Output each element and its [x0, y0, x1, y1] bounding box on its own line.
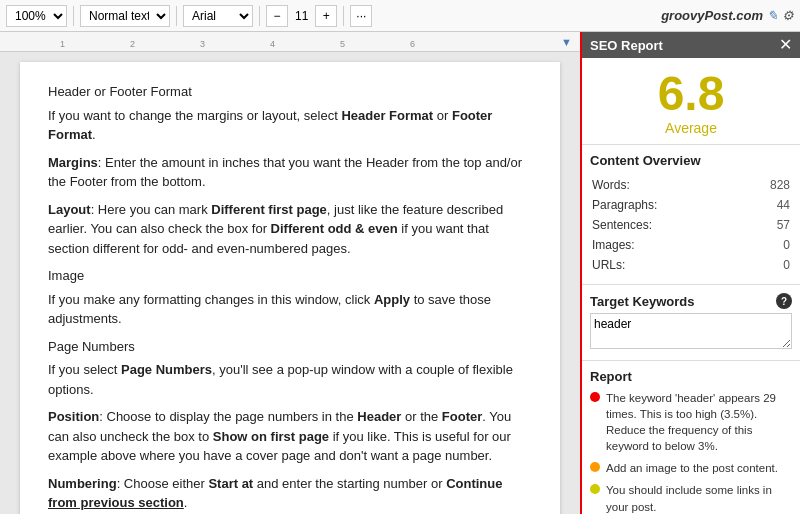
seo-title: SEO Report [590, 38, 663, 53]
logo-area: groovyPost.com ✎ ⚙ [661, 8, 794, 23]
section-page-numbers-heading: Page Numbers [48, 337, 532, 357]
seo-close-button[interactable]: ✕ [779, 37, 792, 53]
divider-4 [343, 6, 344, 26]
dot-orange-1 [590, 462, 600, 472]
target-keywords-title: Target Keywords ? [590, 293, 792, 309]
report-item-2: Add an image to the post content. [590, 460, 792, 476]
paragraphs-label: Paragraphs: [592, 196, 742, 214]
para-4: If you make any formatting changes in th… [48, 290, 532, 329]
sentences-label: Sentences: [592, 216, 742, 234]
table-row: Paragraphs: 44 [592, 196, 790, 214]
ruler-mark-6: 6 [410, 39, 415, 49]
ruler-line: 1 2 3 4 5 6 [0, 32, 580, 51]
content-overview-title: Content Overview [590, 153, 792, 168]
edit-icon[interactable]: ✎ [767, 8, 778, 23]
table-row: Sentences: 57 [592, 216, 790, 234]
dot-yellow-1 [590, 484, 600, 494]
toolbar: 100% Normal text Arial − 11 + ··· groovy… [0, 0, 800, 32]
report-item-3: You should include some links in your po… [590, 482, 792, 514]
para-2: Margins: Enter the amount in inches that… [48, 153, 532, 192]
images-value: 0 [744, 236, 790, 254]
report-text-1: The keyword 'header' appears 29 times. T… [606, 390, 792, 454]
content-overview-table: Words: 828 Paragraphs: 44 Sentences: 57 … [590, 174, 792, 276]
words-label: Words: [592, 176, 742, 194]
more-options-btn[interactable]: ··· [350, 5, 372, 27]
logo-text: groovyPost.com [661, 8, 763, 23]
para-1: If you want to change the margins or lay… [48, 106, 532, 145]
seo-report-title: Report [590, 369, 792, 384]
zoom-select[interactable]: 100% [6, 5, 67, 27]
urls-label: URLs: [592, 256, 742, 274]
urls-value: 0 [744, 256, 790, 274]
font-select[interactable]: Arial [183, 5, 253, 27]
seo-score-label: Average [590, 120, 792, 136]
paragraphs-value: 44 [744, 196, 790, 214]
zoom-group: 100% [6, 5, 67, 27]
seo-report-section: Report The keyword 'header' appears 29 t… [582, 361, 800, 514]
table-row: Images: 0 [592, 236, 790, 254]
seo-panel: SEO Report ✕ 6.8 Average Content Overvie… [580, 32, 800, 514]
ruler-mark-2: 2 [130, 39, 135, 49]
ruler-mark-3: 3 [200, 39, 205, 49]
decrease-font-btn[interactable]: − [266, 5, 288, 27]
font-group: Arial [183, 5, 253, 27]
section-image-1-heading: Image [48, 266, 532, 286]
style-group: Normal text [80, 5, 170, 27]
dot-red-1 [590, 392, 600, 402]
content-overview-section: Content Overview Words: 828 Paragraphs: … [582, 145, 800, 285]
font-size-display: 11 [292, 9, 311, 23]
ruler-mark-1: 1 [60, 39, 65, 49]
report-text-3: You should include some links in your po… [606, 482, 792, 514]
seo-header: SEO Report ✕ [582, 32, 800, 58]
ruler: 1 2 3 4 5 6 ▼ [0, 32, 580, 52]
para-5: If you select Page Numbers, you'll see a… [48, 360, 532, 399]
ruler-mark-4: 4 [270, 39, 275, 49]
divider-3 [259, 6, 260, 26]
divider-2 [176, 6, 177, 26]
divider-1 [73, 6, 74, 26]
report-item-1: The keyword 'header' appears 29 times. T… [590, 390, 792, 454]
table-row: URLs: 0 [592, 256, 790, 274]
document-area: 1 2 3 4 5 6 ▼ Header or Footer Format If… [0, 32, 580, 514]
table-row: Words: 828 [592, 176, 790, 194]
style-select[interactable]: Normal text [80, 5, 170, 27]
words-value: 828 [744, 176, 790, 194]
para-3: Layout: Here you can mark Different firs… [48, 200, 532, 259]
seo-score-section: 6.8 Average [582, 58, 800, 145]
keywords-input[interactable]: header [590, 313, 792, 349]
target-keywords-section: Target Keywords ? header [582, 285, 800, 361]
seo-score-number: 6.8 [590, 70, 792, 118]
sentences-value: 57 [744, 216, 790, 234]
report-text-2: Add an image to the post content. [606, 460, 778, 476]
para-6: Position: Choose to display the page num… [48, 407, 532, 466]
para-7: Numbering: Choose either Start at and en… [48, 474, 532, 513]
ruler-arrow: ▼ [561, 36, 572, 48]
main-area: 1 2 3 4 5 6 ▼ Header or Footer Format If… [0, 32, 800, 514]
help-icon[interactable]: ? [776, 293, 792, 309]
section-header-footer-format-heading: Header or Footer Format [48, 82, 532, 102]
settings-icon[interactable]: ⚙ [782, 8, 794, 23]
increase-font-btn[interactable]: + [315, 5, 337, 27]
target-keywords-label: Target Keywords [590, 294, 695, 309]
ruler-mark-5: 5 [340, 39, 345, 49]
document-page: Header or Footer Format If you want to c… [20, 62, 560, 514]
images-label: Images: [592, 236, 742, 254]
